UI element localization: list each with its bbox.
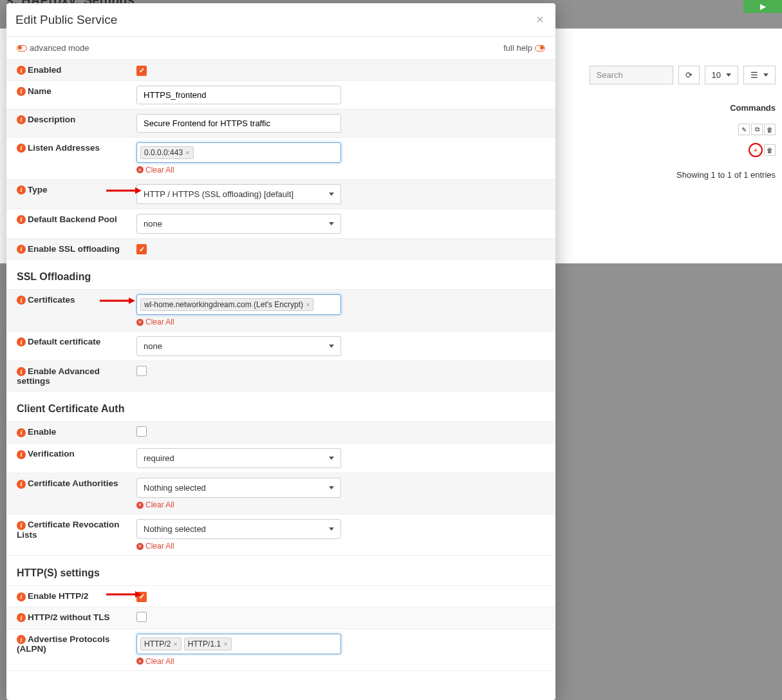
toggle-icon <box>17 45 27 52</box>
info-icon[interactable]: i <box>17 367 26 376</box>
info-icon[interactable]: i <box>17 245 26 254</box>
listen-token[interactable]: 0.0.0.0:443× <box>140 146 194 159</box>
chevron-down-icon <box>329 193 334 196</box>
label-name: Name <box>28 86 51 96</box>
modal-backdrop: Edit Public Service × advanced mode full… <box>0 0 782 700</box>
clear-all-listen[interactable]: ×Clear All <box>136 166 549 175</box>
label-cca-enable: Enable <box>28 427 56 437</box>
certificates-input[interactable]: wl-home.networkingdream.com (Let's Encry… <box>136 294 341 315</box>
clear-icon: × <box>136 502 144 509</box>
annotation-arrow <box>106 187 138 193</box>
info-icon[interactable]: i <box>17 613 26 622</box>
label-ca: Certificate Authorities <box>28 478 118 488</box>
backend-select[interactable]: none <box>136 214 341 234</box>
name-input[interactable] <box>136 86 341 104</box>
label-alpn: Advertise Protocols (ALPN) <box>17 634 110 654</box>
svg-marker-3 <box>129 298 135 304</box>
http2-notls-checkbox[interactable] <box>136 612 147 622</box>
label-enable-advanced: Enable Advanced settings <box>17 366 100 386</box>
toggle-icon <box>535 45 545 52</box>
certificate-token[interactable]: wl-home.networkingdream.com (Let's Encry… <box>140 298 313 311</box>
info-icon[interactable]: i <box>17 521 26 530</box>
clear-icon: × <box>136 166 144 173</box>
type-select[interactable]: HTTP / HTTPS (SSL offloading) [default] <box>136 184 341 204</box>
label-backend: Default Backend Pool <box>28 214 117 224</box>
remove-token-icon[interactable]: × <box>173 640 177 648</box>
chevron-down-icon <box>329 222 334 225</box>
remove-token-icon[interactable]: × <box>306 301 310 308</box>
info-icon[interactable]: i <box>17 115 26 124</box>
close-button[interactable]: × <box>536 12 544 27</box>
enabled-checkbox[interactable]: ✓ <box>136 66 147 76</box>
advanced-settings-checkbox[interactable] <box>136 366 147 376</box>
label-enabled: Enabled <box>28 65 62 75</box>
label-verification: Verification <box>28 449 75 459</box>
label-default-cert: Default certificate <box>28 337 100 346</box>
info-icon[interactable]: i <box>17 450 26 459</box>
full-help-toggle[interactable]: full help <box>503 43 545 53</box>
label-type: Type <box>28 185 48 194</box>
annotation-arrow <box>106 591 138 596</box>
info-icon[interactable]: i <box>17 66 26 75</box>
cca-enable-checkbox[interactable] <box>136 426 147 437</box>
info-icon[interactable]: i <box>17 296 26 305</box>
alpn-input[interactable]: HTTP/2× HTTP/1.1× <box>136 634 341 654</box>
label-enable-http2: Enable HTTP/2 <box>28 591 89 601</box>
modal-title: Edit Public Service <box>15 13 117 27</box>
clear-all-certs[interactable]: ×Clear All <box>136 317 549 326</box>
clear-all-ca[interactable]: ×Clear All <box>136 500 549 509</box>
label-certificates: Certificates <box>28 295 75 305</box>
alpn-token-http11[interactable]: HTTP/1.1× <box>184 638 232 650</box>
verification-select[interactable]: required <box>136 448 341 468</box>
remove-token-icon[interactable]: × <box>223 640 227 648</box>
label-http2-no-tls: HTTP/2 without TLS <box>28 612 110 622</box>
section-ssl-offloading: SSL Offloading <box>6 260 555 290</box>
info-icon[interactable]: i <box>17 337 26 346</box>
chevron-down-icon <box>329 527 334 531</box>
default-cert-select[interactable]: none <box>136 336 341 356</box>
remove-token-icon[interactable]: × <box>185 149 189 156</box>
info-icon[interactable]: i <box>17 144 26 153</box>
clear-icon: × <box>136 657 144 665</box>
http2-checkbox[interactable]: ✓ <box>136 592 147 602</box>
clear-icon: × <box>136 319 144 326</box>
label-listen: Listen Addresses <box>28 143 100 153</box>
ssl-offloading-checkbox[interactable]: ✓ <box>136 244 147 254</box>
advanced-mode-toggle[interactable]: advanced mode <box>17 43 89 53</box>
label-description: Description <box>28 115 75 124</box>
clear-all-crl[interactable]: ×Clear All <box>136 542 549 551</box>
chevron-down-icon <box>329 486 334 489</box>
info-icon[interactable]: i <box>17 215 26 224</box>
clear-icon: × <box>136 543 144 550</box>
description-input[interactable] <box>136 114 341 133</box>
section-https-settings: HTTP(S) settings <box>6 556 555 586</box>
close-icon: × <box>536 12 544 26</box>
crl-select[interactable]: Nothing selected <box>136 519 341 539</box>
chevron-down-icon <box>329 345 334 348</box>
info-icon[interactable]: i <box>17 635 26 644</box>
info-icon[interactable]: i <box>17 185 26 194</box>
label-ssl-offloading: Enable SSL offloading <box>28 244 120 254</box>
clear-all-alpn[interactable]: ×Clear All <box>136 657 549 666</box>
annotation-arrow <box>100 298 132 303</box>
ca-select[interactable]: Nothing selected <box>136 478 341 498</box>
info-icon[interactable]: i <box>17 480 26 489</box>
alpn-token-http2[interactable]: HTTP/2× <box>140 638 182 650</box>
edit-modal: Edit Public Service × advanced mode full… <box>6 3 555 700</box>
info-icon[interactable]: i <box>17 87 26 96</box>
label-crl: Certificate Revocation Lists <box>17 520 120 539</box>
section-client-cert-auth: Client Certificate Auth <box>6 392 555 422</box>
info-icon[interactable]: i <box>17 428 26 437</box>
info-icon[interactable]: i <box>17 592 26 601</box>
chevron-down-icon <box>329 457 334 460</box>
listen-addresses-input[interactable]: 0.0.0.0:443× <box>136 142 341 163</box>
